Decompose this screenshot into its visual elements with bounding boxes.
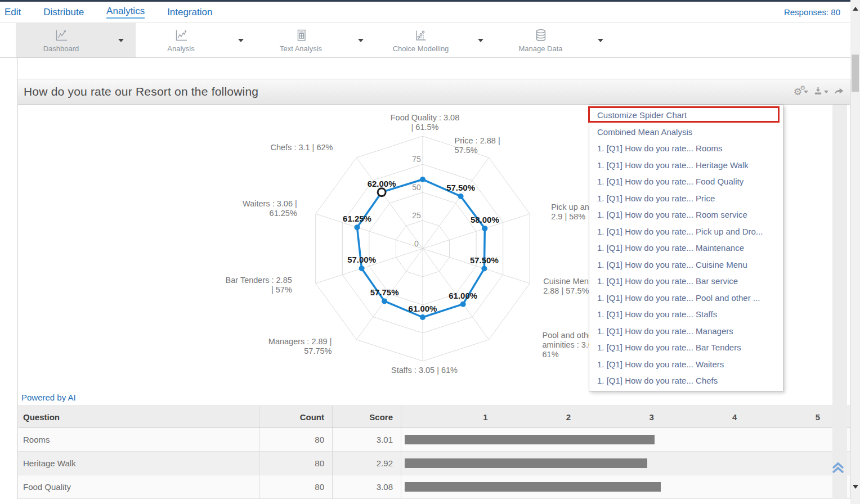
svg-text:2.9 | 58%: 2.9 | 58% <box>551 212 585 221</box>
svg-text:57.50%: 57.50% <box>446 183 475 192</box>
toolbar-button-text-analysis[interactable]: Text Analysis <box>256 23 346 57</box>
count-column-header: Count <box>259 406 333 428</box>
menu-item-1-q1-how-do-you-rate-food-quality[interactable]: 1. [Q1] How do you rate... Food Quality <box>589 173 783 190</box>
text-analysis-icon <box>294 28 308 43</box>
toolbar-button-manage-data[interactable]: Manage Data <box>495 23 586 57</box>
svg-text:Waiters : 3.06 |: Waiters : 3.06 | <box>243 199 297 208</box>
menu-item-1-q1-how-do-you-rate-chefs[interactable]: 1. [Q1] How do you rate... Chefs <box>589 372 783 389</box>
svg-text:61%: 61% <box>543 350 559 359</box>
menu-item-1-q1-how-do-you-rate-price[interactable]: 1. [Q1] How do you rate... Price <box>589 190 783 207</box>
toolbar-group-dashboard: Dashboard <box>16 23 136 57</box>
count-cell: 80 <box>259 452 333 475</box>
svg-text:61.25%: 61.25% <box>270 209 297 218</box>
menu-item-1-q1-how-do-you-rate-bar-service[interactable]: 1. [Q1] How do you rate... Bar service <box>589 273 783 290</box>
question-column-header: Question <box>18 406 259 428</box>
svg-text:61.00%: 61.00% <box>409 304 437 313</box>
menu-item-label: 1. [Q1] How do you rate... Room service <box>597 210 747 219</box>
toolbar-caret-dashboard[interactable] <box>106 23 136 57</box>
menu-item-1-q1-how-do-you-rate-waiters[interactable]: 1. [Q1] How do you rate... Waiters <box>589 356 783 373</box>
menu-item-1-q1-how-do-you-rate-cuisine-menu[interactable]: 1. [Q1] How do you rate... Cuisine Menu <box>589 256 783 273</box>
widget-share-button[interactable] <box>834 87 844 97</box>
widget-download-button[interactable] <box>814 87 828 97</box>
menu-item-label: 1. [Q1] How do you rate... Chefs <box>597 376 718 385</box>
spider-chart-widget: How do you rate our Resort on the follow… <box>17 79 850 499</box>
scale-tick-label: 1 <box>405 406 488 428</box>
menu-item-1-q1-how-do-you-rate-staffs[interactable]: 1. [Q1] How do you rate... Staffs <box>589 306 783 323</box>
svg-text:25: 25 <box>412 211 421 220</box>
scrollbar-thumb[interactable] <box>852 55 859 92</box>
svg-text:Bar Tenders : 2.85: Bar Tenders : 2.85 <box>226 276 292 285</box>
page-scrollbar[interactable] <box>850 0 860 504</box>
toolbar-button-label: Manage Data <box>518 44 562 53</box>
nav-item-edit[interactable]: Edit <box>5 7 21 18</box>
scrollbar-down-arrow-icon[interactable] <box>853 485 858 489</box>
menu-item-1-q1-how-do-you-rate-maintenance[interactable]: 1. [Q1] How do you rate... Maintenance <box>589 240 783 256</box>
toolbar-button-analysis[interactable]: Analysis <box>136 23 226 57</box>
toolbar-button-dashboard[interactable]: Dashboard <box>16 23 106 57</box>
svg-text:57.5%: 57.5% <box>455 146 478 155</box>
score-column-header: Score <box>333 406 401 428</box>
scale-tick-label: 3 <box>571 406 654 428</box>
svg-text:57.75%: 57.75% <box>304 346 332 356</box>
chevron-down-icon <box>118 39 124 42</box>
widget-title: How do you rate our Resort on the follow… <box>24 85 258 98</box>
menu-item-label: 1. [Q1] How do you rate... Food Quality <box>597 177 743 186</box>
svg-text:Price : 2.88 |: Price : 2.88 | <box>455 136 500 145</box>
share-icon <box>834 87 844 97</box>
svg-text:2.88 | 57.5%: 2.88 | 57.5% <box>543 286 589 295</box>
menu-item-customize-spider-chart[interactable]: Customize Spider Chart <box>589 107 783 124</box>
nav-item-analytics[interactable]: Analytics <box>106 6 145 19</box>
count-cell: 80 <box>259 428 333 451</box>
menu-item-1-q1-how-do-you-rate-pick-up-and-dro[interactable]: 1. [Q1] How do you rate... Pick up and D… <box>589 223 783 240</box>
menu-item-1-q1-how-do-you-rate-pool-and-other[interactable]: 1. [Q1] How do you rate... Pool and othe… <box>589 290 783 307</box>
menu-item-label: 1. [Q1] How do you rate... Pool and othe… <box>597 293 760 303</box>
svg-text:Managers : 2.89 |: Managers : 2.89 | <box>268 337 332 346</box>
toolbar-caret-analysis[interactable] <box>226 23 256 57</box>
menu-item-1-q1-how-do-you-rate-room-service[interactable]: 1. [Q1] How do you rate... Room service <box>589 206 783 223</box>
toolbar-button-label: Dashboard <box>43 44 79 53</box>
widget-titlebar: How do you rate our Resort on the follow… <box>18 79 850 105</box>
powered-by-ai-link[interactable]: Powered by AI <box>21 393 76 402</box>
count-cell: 80 <box>259 475 333 498</box>
chevron-down-icon <box>598 39 603 42</box>
score-bar <box>405 435 655 444</box>
toolbar-caret-choice-modelling[interactable] <box>466 23 495 57</box>
toolbar-caret-text-analysis[interactable] <box>346 23 375 57</box>
toolbar-button-choice-modelling[interactable]: Choice Modelling <box>375 23 466 57</box>
menu-item-1-q1-how-do-you-rate-heritage-walk[interactable]: 1. [Q1] How do you rate... Heritage Walk <box>589 157 783 174</box>
svg-text:57.75%: 57.75% <box>370 287 399 297</box>
svg-text:57.00%: 57.00% <box>347 255 376 264</box>
nav-item-distribute[interactable]: Distribute <box>43 7 84 18</box>
responses-count-link[interactable]: Responses: 80 <box>784 7 840 17</box>
top-nav: EditDistributeAnalyticsIntegration Respo… <box>0 2 850 22</box>
widget-settings-button[interactable]: ⚙⚙ <box>794 87 808 97</box>
toolbar-button-label: Analysis <box>167 44 194 53</box>
svg-text:Pool and other: Pool and other <box>543 331 595 340</box>
double-chevron-up-icon <box>830 469 846 478</box>
toolbar-caret-manage-data[interactable] <box>586 23 615 57</box>
table-row-heritage-walk: Heritage Walk802.92 <box>18 452 850 475</box>
menu-item-label: 1. [Q1] How do you rate... Cuisine Menu <box>597 260 747 269</box>
menu-item-1-q1-how-do-you-rate-bar-tenders[interactable]: 1. [Q1] How do you rate... Bar Tenders <box>589 339 783 356</box>
toolbar-group-analysis: Analysis <box>136 23 256 57</box>
table-row-food-quality: Food Quality803.08 <box>18 475 850 499</box>
widget-scroll-gutter[interactable] <box>832 105 847 499</box>
nav-item-integration[interactable]: Integration <box>167 7 212 18</box>
menu-item-label: Customize Spider Chart <box>597 110 687 120</box>
svg-text:58.00%: 58.00% <box>471 215 499 224</box>
score-bar <box>405 482 661 492</box>
widget-titlebar-icons: ⚙⚙ <box>794 87 844 97</box>
scrollbar-up-arrow-icon[interactable] <box>853 7 858 11</box>
menu-item-combined-mean-analysis[interactable]: Combined Mean Analysis <box>589 124 783 141</box>
score-cell: 3.08 <box>333 475 401 498</box>
download-icon <box>814 87 822 97</box>
scroll-to-top-button[interactable] <box>830 457 846 476</box>
menu-item-1-q1-how-do-you-rate-rooms[interactable]: 1. [Q1] How do you rate... Rooms <box>589 140 783 157</box>
table-row-rooms: Rooms803.01 <box>18 428 850 452</box>
menu-item-1-q1-how-do-you-rate-managers[interactable]: 1. [Q1] How do you rate... Managers <box>589 323 783 340</box>
question-cell: Food Quality <box>18 475 259 498</box>
svg-text:57.50%: 57.50% <box>470 255 499 265</box>
menu-item-label: 1. [Q1] How do you rate... Bar Tenders <box>597 343 741 352</box>
chevron-down-icon <box>478 39 483 42</box>
svg-text:Food Quality : 3.08: Food Quality : 3.08 <box>391 113 460 122</box>
